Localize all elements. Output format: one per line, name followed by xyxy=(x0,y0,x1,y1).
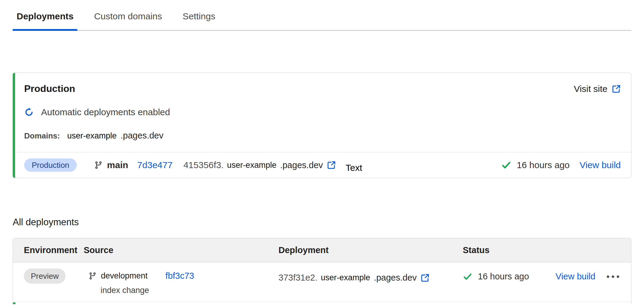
production-indicator-bar xyxy=(13,302,15,304)
next-row-partial xyxy=(13,302,631,304)
domain-suffix: .pages.dev xyxy=(121,131,163,141)
tab-deployments[interactable]: Deployments xyxy=(13,9,77,31)
deployment-hash: 373f31e2. xyxy=(279,273,317,283)
deployment-time: 16 hours ago xyxy=(478,272,529,282)
deployment-suffix: .pages.dev xyxy=(280,160,323,170)
production-card: Production Visit site Automa xyxy=(13,73,631,178)
branch-name: main xyxy=(107,160,128,170)
visit-site-link[interactable]: Visit site xyxy=(574,84,621,94)
external-link-icon[interactable] xyxy=(420,273,430,282)
visit-site-label: Visit site xyxy=(574,84,607,94)
view-build-link[interactable]: View build xyxy=(580,160,621,170)
all-deployments-title: All deployments xyxy=(13,217,644,228)
external-link-icon xyxy=(612,84,621,93)
table-row: Preview development fbf3c73 index change… xyxy=(13,262,631,302)
domain-name: user-example xyxy=(67,131,117,141)
deployment-time: 16 hours ago xyxy=(517,160,570,170)
column-status: Status xyxy=(463,245,631,255)
deployment-hash: 415356f3. xyxy=(183,160,224,170)
commit-link[interactable]: fbf3c73 xyxy=(166,271,194,281)
external-link-icon[interactable] xyxy=(327,161,336,170)
deployment-domain: user-example xyxy=(227,161,277,170)
branch-name: development xyxy=(101,271,148,281)
deployments-table: Environment Source Deployment Status Pre… xyxy=(13,238,631,304)
environment-badge: Preview xyxy=(24,269,66,284)
deployment-suffix: .pages.dev xyxy=(374,273,417,283)
production-card-body: Production Visit site Automa xyxy=(15,73,631,152)
text-annotation: Text xyxy=(346,163,362,173)
tab-settings[interactable]: Settings xyxy=(179,9,219,31)
success-check-icon xyxy=(463,272,472,282)
success-check-icon xyxy=(501,160,511,170)
table-header-row: Environment Source Deployment Status xyxy=(13,238,631,262)
column-deployment: Deployment xyxy=(279,245,463,255)
production-deployment-row: Production main 7d3e477 415356f3. user-e… xyxy=(15,152,631,178)
tab-bar: Deployments Custom domains Settings xyxy=(13,9,631,31)
environment-badge: Production xyxy=(24,158,77,172)
domains-label: Domains: xyxy=(24,131,60,141)
deployment-domain: user-example xyxy=(321,273,370,282)
git-branch-icon xyxy=(94,161,103,169)
auto-deployments-text: Automatic deployments enabled xyxy=(41,107,170,117)
commit-link[interactable]: 7d3e477 xyxy=(137,160,172,170)
row-menu-button[interactable]: ••• xyxy=(606,272,621,281)
column-environment: Environment xyxy=(13,245,84,255)
git-branch-icon xyxy=(89,272,97,280)
commit-message: index change xyxy=(84,286,279,295)
view-build-link[interactable]: View build xyxy=(555,272,595,282)
tab-custom-domains[interactable]: Custom domains xyxy=(90,9,166,31)
refresh-icon xyxy=(24,107,34,117)
column-source: Source xyxy=(84,245,279,255)
production-title: Production xyxy=(24,83,75,94)
